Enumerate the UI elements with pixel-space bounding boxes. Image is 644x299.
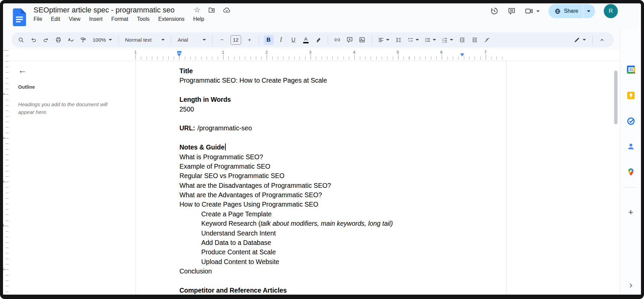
menu-file[interactable]: File — [34, 16, 42, 22]
comment-history-icon[interactable] — [507, 7, 516, 15]
share-caret-icon[interactable] — [583, 10, 595, 12]
right-indent-marker[interactable] — [460, 53, 464, 56]
doc-line[interactable]: What are the Advantages of Programmatic … — [179, 190, 468, 200]
ruler-number: 4 — [352, 50, 357, 55]
doc-blank-line[interactable] — [179, 114, 468, 123]
avatar[interactable]: R — [604, 4, 618, 18]
document-title[interactable]: SEOptimer article spec - programmatic se… — [34, 6, 175, 14]
doc-line[interactable]: Understand Search Intent — [179, 228, 468, 238]
add-comment-icon[interactable] — [345, 35, 355, 45]
doc-line[interactable]: Create a Page Template — [179, 209, 468, 219]
hide-menus-icon[interactable] — [597, 35, 607, 45]
calendar-icon[interactable]: 31 — [625, 63, 637, 76]
increase-font-size-button[interactable]: + — [245, 35, 255, 45]
clear-formatting-icon[interactable]: T — [482, 35, 492, 45]
paragraph-style-select[interactable]: Normal text — [123, 35, 167, 45]
contacts-icon[interactable] — [625, 140, 637, 153]
menu-extensions[interactable]: Extensions — [158, 16, 184, 22]
insert-image-icon[interactable] — [357, 35, 367, 45]
menu-help[interactable]: Help — [193, 16, 204, 22]
font-size-input[interactable]: 12 — [230, 35, 241, 45]
doc-line[interactable]: What are the Disadvantages of Programmat… — [179, 181, 468, 190]
doc-line[interactable]: Upload Content to Website — [179, 257, 468, 266]
doc-line[interactable]: Regular SEO vs Programmatic SEO — [179, 171, 468, 180]
doc-line[interactable]: How to Create Pages Using Programmatic S… — [179, 200, 468, 209]
join-call-caret-icon[interactable] — [536, 10, 540, 12]
toolbar-divider — [259, 36, 259, 44]
doc-line[interactable]: Example of Programmatic SEO — [179, 162, 468, 171]
paint-format-icon[interactable] — [78, 35, 88, 45]
close-outline-icon[interactable]: ← — [18, 66, 27, 75]
doc-blank-line[interactable] — [179, 133, 468, 142]
docs-logo-icon[interactable] — [13, 8, 26, 26]
tasks-icon[interactable] — [625, 115, 637, 127]
doc-line[interactable]: Produce Content at Scale — [179, 247, 468, 257]
bulleted-list-select[interactable] — [423, 35, 438, 45]
spell-check-icon[interactable]: A — [66, 35, 76, 45]
doc-line[interactable]: Conclusion — [179, 266, 468, 276]
left-indent-marker[interactable] — [177, 53, 181, 56]
maps-icon[interactable] — [625, 166, 637, 178]
ruler-number: 1 — [221, 50, 225, 55]
svg-text:A: A — [68, 38, 71, 42]
doc-line[interactable]: What is Programmatic SEO? — [179, 152, 468, 162]
keep-icon[interactable] — [625, 89, 637, 101]
increase-indent-icon[interactable] — [470, 35, 480, 45]
get-add-ons-button[interactable]: + — [625, 206, 637, 218]
doc-line[interactable]: 2500 — [179, 104, 468, 114]
toolbar-divider — [171, 36, 171, 44]
vertical-scrollbar[interactable] — [614, 71, 618, 124]
vruler-number: 1 — [0, 92, 5, 96]
join-call-button[interactable] — [525, 7, 540, 15]
line-spacing-icon[interactable] — [393, 35, 404, 45]
italic-button[interactable]: I — [276, 35, 286, 45]
menu-view[interactable]: View — [69, 16, 80, 22]
doc-url-line[interactable]: URL:/programmatic-seo — [179, 123, 468, 133]
hide-side-panel-icon[interactable] — [625, 280, 637, 292]
print-icon[interactable] — [53, 35, 63, 45]
doc-blank-line[interactable] — [179, 276, 468, 286]
share-button[interactable]: Share — [548, 4, 595, 18]
menu-tools[interactable]: Tools — [137, 16, 149, 22]
editing-mode-select[interactable] — [571, 35, 588, 45]
menu-bar: File Edit View Insert Format Tools Exten… — [34, 16, 204, 22]
star-icon[interactable]: ☆ — [194, 6, 201, 14]
align-select[interactable] — [376, 35, 391, 45]
numbered-list-select[interactable]: 1 2 3 — [440, 35, 455, 45]
menu-format[interactable]: Format — [111, 16, 128, 22]
redo-icon[interactable] — [41, 35, 51, 45]
zoom-select[interactable]: 100% — [91, 35, 114, 45]
checklist-select[interactable] — [406, 35, 421, 45]
font-select[interactable]: Arial — [176, 35, 208, 45]
zoom-caret-icon — [109, 39, 112, 41]
menu-edit[interactable]: Edit — [51, 16, 60, 22]
menu-insert[interactable]: Insert — [89, 16, 103, 22]
doc-heading[interactable]: Notes & Guide — [179, 142, 468, 152]
decrease-font-size-button[interactable]: − — [217, 35, 227, 45]
undo-icon[interactable] — [29, 35, 39, 45]
document-status-cloud-icon[interactable] — [223, 6, 231, 14]
paragraph-style-value: Normal text — [125, 37, 152, 43]
version-history-icon[interactable] — [490, 7, 499, 15]
doc-heading[interactable]: Competitor and Reference Articles — [179, 286, 468, 295]
text-color-button[interactable]: A — [301, 35, 311, 45]
insert-link-icon[interactable] — [332, 35, 342, 45]
document-editor[interactable]: Title Programmatic SEO: How to Create Pa… — [179, 66, 468, 295]
globe-icon — [554, 8, 561, 14]
first-line-indent-marker[interactable] — [177, 51, 181, 53]
move-folder-icon[interactable] — [208, 6, 215, 14]
doc-line[interactable]: Programmatic SEO: How to Create Pages at… — [179, 76, 468, 85]
doc-blank-line[interactable] — [179, 85, 468, 95]
underline-button[interactable]: U — [288, 35, 299, 45]
search-menus-icon[interactable] — [16, 35, 26, 45]
doc-heading[interactable]: Title — [179, 66, 468, 76]
checklist-caret-icon — [416, 39, 419, 41]
ruler-number: 3 — [308, 50, 313, 55]
doc-heading[interactable]: Length in Words — [179, 95, 468, 104]
bold-button[interactable]: B — [264, 35, 274, 45]
highlight-color-icon[interactable] — [313, 35, 323, 45]
decrease-indent-icon[interactable] — [457, 35, 467, 45]
doc-keyword-line[interactable]: Keyword Research (talk about modifiers, … — [179, 219, 468, 228]
doc-line[interactable]: Add Data to a Database — [179, 238, 468, 247]
share-label: Share — [564, 8, 578, 14]
